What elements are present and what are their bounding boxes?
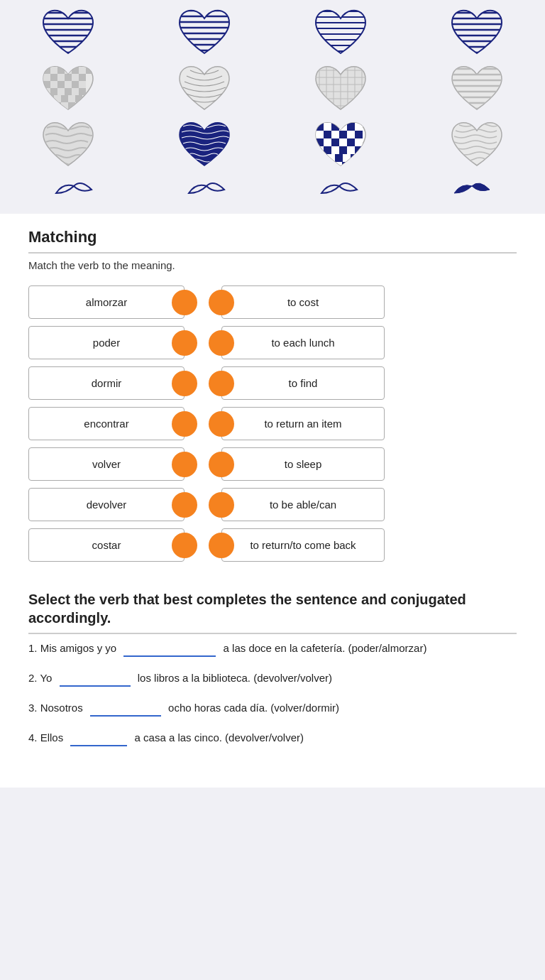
- fill-blank-2[interactable]: [60, 673, 131, 687]
- right-group-4: to return an item: [210, 407, 385, 440]
- meaning-box-tosleep[interactable]: to sleep: [221, 447, 385, 481]
- connector-dot-left-4[interactable]: [172, 411, 197, 437]
- svg-rect-104: [324, 138, 331, 146]
- svg-rect-47: [50, 88, 57, 95]
- fill-blank-4[interactable]: [70, 732, 127, 746]
- svg-rect-56: [79, 81, 86, 88]
- svg-rect-103: [316, 138, 324, 146]
- heart-icon: [176, 119, 233, 173]
- connector-dot-left-5[interactable]: [172, 452, 197, 477]
- svg-rect-100: [339, 131, 347, 138]
- sentence-item-1: 1. Mis amigos y yo a las doce en la cafe…: [28, 640, 517, 657]
- svg-rect-66: [68, 102, 75, 109]
- svg-rect-97: [316, 131, 324, 138]
- left-group-2: poder: [28, 326, 196, 359]
- fill-blank-1[interactable]: [123, 643, 216, 657]
- sentence-number-2: 2.: [28, 672, 38, 684]
- svg-rect-91: [316, 123, 324, 131]
- heart-icon: [312, 119, 369, 173]
- sentence-number-3: 3.: [28, 702, 38, 714]
- svg-rect-101: [347, 131, 355, 138]
- svg-rect-38: [43, 74, 50, 81]
- meaning-box-returnitem[interactable]: to return an item: [221, 407, 385, 440]
- sentence-item-4: 4. Ellos a casa a las cinco. (devolver/v…: [28, 729, 517, 746]
- verb-box-volver[interactable]: volver: [28, 447, 185, 481]
- sentence-item-2: 2. Yo los libros a la biblioteca. (devol…: [28, 670, 517, 687]
- sentence-after-1: a las doce en la cafetería. (poder/almor…: [224, 642, 427, 654]
- svg-rect-105: [331, 138, 339, 146]
- right-group-3: to find: [210, 366, 385, 400]
- svg-rect-53: [72, 74, 79, 81]
- meaning-box-tofind[interactable]: to find: [221, 366, 385, 400]
- svg-rect-45: [65, 81, 72, 88]
- bird-icon: [451, 175, 493, 204]
- svg-rect-108: [355, 138, 363, 146]
- svg-rect-99: [331, 131, 339, 138]
- verb-box-encontrar[interactable]: encontrar: [28, 407, 185, 440]
- svg-rect-35: [50, 67, 57, 74]
- sentence-before-1: Mis amigos y yo: [40, 642, 117, 654]
- sentence-before-4: Ellos: [40, 731, 64, 744]
- meaning-box-tocost[interactable]: to cost: [221, 285, 385, 319]
- right-group-2: to each lunch: [210, 326, 385, 359]
- right-group-7: to return/to come back: [210, 528, 385, 562]
- svg-rect-118: [343, 154, 351, 162]
- connector-dot-right-7[interactable]: [209, 533, 234, 558]
- sentence-before-2: Yo: [40, 672, 52, 684]
- svg-rect-54: [79, 74, 86, 81]
- svg-rect-92: [324, 123, 331, 131]
- connector-dot-right-3[interactable]: [209, 371, 234, 396]
- heart-icon: [176, 7, 233, 60]
- svg-rect-55: [72, 81, 79, 88]
- svg-rect-40: [57, 74, 65, 81]
- verb-box-almorzar[interactable]: almorzar: [28, 285, 185, 319]
- verb-box-dormir[interactable]: dormir: [28, 366, 185, 400]
- svg-rect-111: [331, 146, 339, 154]
- heart-icon: [448, 7, 505, 60]
- svg-rect-44: [57, 81, 65, 88]
- connector-dot-right-5[interactable]: [209, 452, 234, 477]
- left-group-3: dormir: [28, 366, 196, 400]
- verb-box-poder[interactable]: poder: [28, 326, 185, 359]
- fill-blank-3[interactable]: [90, 702, 161, 717]
- meaning-box-tobeable[interactable]: to be able/can: [221, 488, 385, 521]
- meaning-box-returncomeback[interactable]: to return/to come back: [221, 528, 385, 562]
- connector-dot-left-1[interactable]: [172, 290, 197, 315]
- connector-dot-left-7[interactable]: [172, 533, 197, 558]
- svg-rect-115: [319, 154, 327, 162]
- verb-box-devolver[interactable]: devolver: [28, 488, 185, 521]
- svg-rect-122: [342, 162, 350, 170]
- heart-banner: [0, 0, 545, 214]
- connector-dot-left-2[interactable]: [172, 330, 197, 356]
- svg-rect-58: [79, 88, 86, 95]
- svg-rect-39: [50, 74, 57, 81]
- connector-dot-left-3[interactable]: [172, 371, 197, 396]
- right-group-5: to sleep: [210, 447, 385, 481]
- heart-icon: [40, 63, 97, 116]
- heart-icon: [448, 119, 505, 173]
- verb-box-costar[interactable]: costar: [28, 528, 185, 562]
- meaning-box-eachlunch[interactable]: to each lunch: [221, 326, 385, 359]
- svg-rect-110: [324, 146, 331, 154]
- svg-rect-107: [347, 138, 355, 146]
- svg-rect-41: [65, 74, 72, 81]
- connector-dot-right-4[interactable]: [209, 411, 234, 437]
- connector-dot-left-6[interactable]: [172, 492, 197, 518]
- matching-grid: almorzar to cost poder: [28, 285, 517, 562]
- connector-dot-right-1[interactable]: [209, 290, 234, 315]
- heart-row-3: [0, 119, 545, 173]
- match-row-4: encontrar to return an item: [28, 407, 517, 440]
- heart-icon: [312, 7, 369, 60]
- left-group-4: encontrar: [28, 407, 196, 440]
- sentence-number-4: 4.: [28, 731, 38, 744]
- match-row-5: volver to sleep: [28, 447, 517, 481]
- connector-dot-right-2[interactable]: [209, 330, 234, 356]
- left-group-5: volver: [28, 447, 196, 481]
- svg-rect-48: [57, 88, 65, 95]
- svg-rect-113: [347, 146, 355, 154]
- heart-icon: [448, 63, 505, 116]
- right-group-6: to be able/can: [210, 488, 385, 521]
- connector-dot-right-6[interactable]: [209, 492, 234, 518]
- match-row-2: poder to each lunch: [28, 326, 517, 359]
- svg-rect-117: [335, 154, 343, 162]
